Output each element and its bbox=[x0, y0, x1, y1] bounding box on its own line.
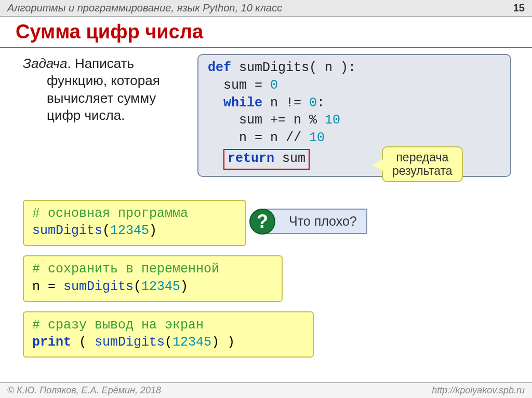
page-number: 15 bbox=[513, 2, 525, 14]
return-highlight: return sum bbox=[223, 149, 310, 170]
slide-header: Алгоритмы и программирование, язык Pytho… bbox=[0, 0, 532, 17]
slide-title: Сумма цифр числа bbox=[0, 17, 532, 48]
task-text: Задача. Написать функцию, которая вычисл… bbox=[23, 54, 189, 124]
code-snippet-1: # основная программа sumDigits(12345) bbox=[23, 200, 246, 246]
question-text: Что плохо? bbox=[289, 214, 357, 228]
callout-result: передача результата bbox=[382, 146, 463, 182]
callout-arrow-icon bbox=[373, 159, 384, 171]
footer-url: http://kpolyakov.spb.ru bbox=[432, 385, 525, 396]
course-label: Алгоритмы и программирование, язык Pytho… bbox=[7, 2, 282, 14]
content-area: Задача. Написать функцию, которая вычисл… bbox=[0, 52, 532, 358]
code-snippet-2: # сохранить в переменной n = sumDigits(1… bbox=[23, 255, 283, 302]
code-snippet-3: # сразу вывод на экран print ( sumDigits… bbox=[23, 311, 314, 358]
slide-footer: © К.Ю. Поляков, Е.А. Ерёмин, 2018 http:/… bbox=[0, 382, 532, 398]
question-box: ? Что плохо? bbox=[262, 209, 367, 234]
code-block-main: def sumDigits( n ): sum = 0 while n != 0… bbox=[197, 54, 511, 177]
footer-copyright: © К.Ю. Поляков, Е.А. Ерёмин, 2018 bbox=[7, 385, 161, 396]
task-label: Задача bbox=[23, 56, 67, 71]
question-mark-icon: ? bbox=[249, 209, 275, 235]
